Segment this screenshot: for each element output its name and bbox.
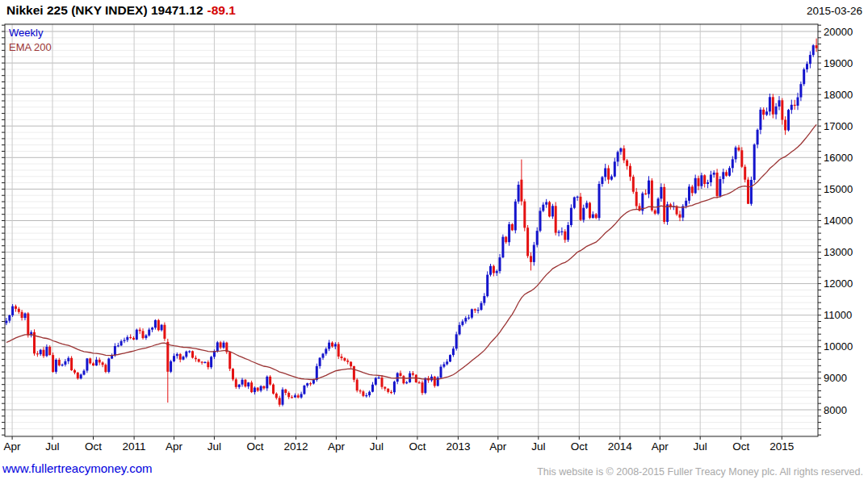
plot-frame <box>5 24 818 436</box>
x-tick-label: Apr <box>652 440 669 453</box>
x-tick-label: Apr <box>166 440 183 453</box>
footer-copyright: This website is © 2008-2015 Fuller Treac… <box>537 466 863 478</box>
x-tick-label: Jul <box>694 440 707 453</box>
x-tick-label: Oct <box>571 440 588 453</box>
y-tick-label: 12000 <box>824 277 853 290</box>
x-tick-label: Jul <box>531 440 545 453</box>
x-tick-label: Apr <box>328 440 346 453</box>
y-axis-labels: 8000900010000110001200013000140001500016… <box>824 26 853 416</box>
y-tick-label: 17000 <box>824 120 853 132</box>
y-tick-label: 16000 <box>824 152 853 164</box>
x-tick-label: Jul <box>45 440 59 453</box>
x-tick-label: Oct <box>409 440 426 453</box>
y-tick-label: 8000 <box>824 404 847 416</box>
x-tick-label: Oct <box>85 440 102 453</box>
chart-title: Nikkei 225 (NKY INDEX) 19471.12-89.1 <box>6 3 236 18</box>
x-tick-label: 2014 <box>608 440 633 453</box>
y-tick-label: 14000 <box>824 215 853 227</box>
x-tick-label: 2013 <box>446 440 470 453</box>
y-tick-label: 11000 <box>824 309 852 321</box>
y-tick-label: 13000 <box>824 246 853 258</box>
x-tick-label: Oct <box>246 440 263 453</box>
x-tick-label: Jul <box>370 440 384 453</box>
chart-date-label: 2015-03-26 <box>807 5 862 17</box>
chart-title-change: -89.1 <box>208 3 236 17</box>
h-gridlines-major <box>5 31 818 410</box>
candlestick-chart: 8000900010000110001200013000140001500016… <box>0 0 868 484</box>
x-tick-label: Jul <box>208 440 221 453</box>
x-axis-labels: AprJulOct2011AprJulOct2012AprJulOct2013A… <box>4 440 795 453</box>
ema-line <box>6 124 816 379</box>
legend-ema-label: EMA 200 <box>9 41 52 53</box>
h-gridlines-minor <box>5 25 818 435</box>
x-tick-label: Apr <box>4 440 22 453</box>
y-tick-label: 18000 <box>824 89 853 101</box>
x-tick-label: 2012 <box>283 440 308 453</box>
legend-weekly-label: Weekly <box>9 27 43 39</box>
x-tick-label: 2015 <box>769 440 794 453</box>
footer-website-link[interactable]: www.fullertreacymoney.com <box>2 461 153 475</box>
y-tick-label: 19000 <box>824 57 853 69</box>
candles <box>5 39 817 407</box>
y-tick-label: 15000 <box>824 183 853 195</box>
x-tick-label: Oct <box>732 440 749 453</box>
v-gridlines <box>12 24 782 436</box>
y-tick-label: 10000 <box>824 340 853 353</box>
chart-title-text: Nikkei 225 (NKY INDEX) 19471.12 <box>6 3 203 17</box>
x-tick-label: 2011 <box>123 440 146 453</box>
y-tick-label: 9000 <box>824 372 847 384</box>
axis-ticks <box>2 25 821 440</box>
y-tick-label: 20000 <box>824 26 853 38</box>
x-tick-label: Apr <box>489 440 507 453</box>
